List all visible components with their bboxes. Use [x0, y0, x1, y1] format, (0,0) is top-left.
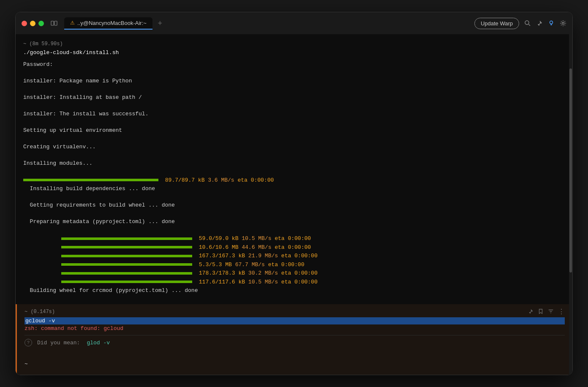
tab-label: ..y@NancynoMacBook-Air:~ [77, 20, 147, 26]
svg-point-4 [550, 21, 553, 24]
search-icon[interactable] [524, 20, 531, 27]
block1-time: ~ (8m 59.90s) [23, 40, 564, 48]
output-line: installer: Installing at base path / [23, 93, 564, 102]
gear-icon[interactable] [560, 20, 566, 27]
warning-icon: ⚠ [70, 20, 75, 26]
titlebar: ⚠ ..y@NancynoMacBook-Air:~ + Update Warp [16, 12, 572, 34]
output-line: Installing modules... [23, 159, 564, 168]
block2-command-line: gcloud -v [24, 316, 565, 324]
svg-point-5 [562, 22, 564, 25]
output-line: Creating virtualenv... [23, 143, 564, 151]
traffic-lights [22, 21, 44, 26]
scrollbar-thumb[interactable] [569, 68, 572, 273]
block2-header: ~ (0.147s) ⋮ [24, 308, 565, 316]
close-button[interactable] [22, 21, 27, 26]
output-line: Preparing metadata (pyproject.toml) ... … [23, 218, 564, 226]
bulb-icon[interactable] [548, 20, 555, 27]
prompt-symbol: ~ [24, 361, 28, 367]
output-line: Password: [23, 60, 564, 69]
svg-point-2 [525, 21, 529, 25]
output-line: installer: The install was successful. [23, 110, 564, 118]
dl-row1: 59.0/59.0 kB 10.5 MB/s eta 0:00:00 [61, 234, 564, 243]
svg-rect-0 [51, 21, 54, 25]
output-line: Installing build dependencies ... done [23, 185, 564, 193]
terminal-content: ~ (8m 59.90s) ./google-cloud-sdk/install… [16, 34, 572, 375]
more-icon[interactable]: ⋮ [558, 308, 565, 316]
maximize-button[interactable] [38, 21, 44, 26]
split-icon [51, 20, 57, 27]
output-line: Setting up virtual environment [23, 126, 564, 135]
block1-command: ./google-cloud-sdk/install.sh [23, 49, 564, 57]
scrollbar[interactable] [569, 34, 572, 375]
bookmark-icon[interactable] [538, 308, 544, 316]
pin-icon[interactable] [536, 20, 543, 27]
block2-time: ~ (0.147s) [24, 309, 55, 315]
dl-row2: 10.6/10.6 MB 44.6 MB/s eta 0:00:00 [61, 243, 564, 252]
progress-row: 89.7/89.7 kB 3.6 MB/s eta 0:00:00 [23, 176, 564, 185]
did-you-mean-section: ? Did you mean: glod -v [24, 335, 565, 350]
block2-error: zsh: command not found: gcloud [24, 325, 565, 332]
block2: ~ (0.147s) ⋮ gcloud -v zs [16, 304, 572, 375]
new-tab-button[interactable]: + [154, 17, 166, 29]
did-you-mean-label: Did you mean: [37, 340, 80, 346]
dl-row4: 5.3/5.3 MB 67.7 MB/s eta 0:00:00 [61, 261, 564, 269]
block2-icons: ⋮ [528, 308, 565, 316]
block1: ~ (8m 59.90s) ./google-cloud-sdk/install… [23, 40, 564, 304]
output-line: Getting requirements to build wheel ... … [23, 201, 564, 210]
dl-row6: 117.6/117.6 kB 10.5 MB/s eta 0:00:00 [61, 278, 564, 286]
tab-bar: ⚠ ..y@NancynoMacBook-Air:~ + [64, 17, 166, 30]
active-tab[interactable]: ⚠ ..y@NancynoMacBook-Air:~ [64, 17, 152, 30]
titlebar-right: Update Warp [474, 18, 566, 29]
update-warp-button[interactable]: Update Warp [474, 18, 519, 29]
suggestion[interactable]: glod -v [87, 340, 110, 346]
minimize-button[interactable] [30, 21, 35, 26]
filter-icon[interactable] [548, 308, 554, 316]
output-line: Building wheel for crcmod (pyproject.tom… [23, 286, 564, 295]
dl-row5: 178.3/178.3 kB 30.2 MB/s eta 0:00:00 [61, 269, 564, 278]
svg-rect-1 [54, 21, 57, 25]
help-circle-icon: ? [24, 339, 32, 346]
highlighted-command: gcloud -v [24, 317, 565, 324]
terminal-window: ⚠ ..y@NancynoMacBook-Air:~ + Update Warp [15, 12, 573, 375]
terminal-body[interactable]: ~ (8m 59.90s) ./google-cloud-sdk/install… [16, 34, 572, 304]
pin-icon[interactable] [528, 308, 534, 316]
output-line: installer: Package name is Python [23, 77, 564, 85]
svg-line-3 [529, 25, 531, 26]
prompt-line[interactable]: ~ [24, 357, 565, 371]
dl-row3: 167.3/167.3 kB 21.9 MB/s eta 0:00:00 [61, 252, 564, 260]
